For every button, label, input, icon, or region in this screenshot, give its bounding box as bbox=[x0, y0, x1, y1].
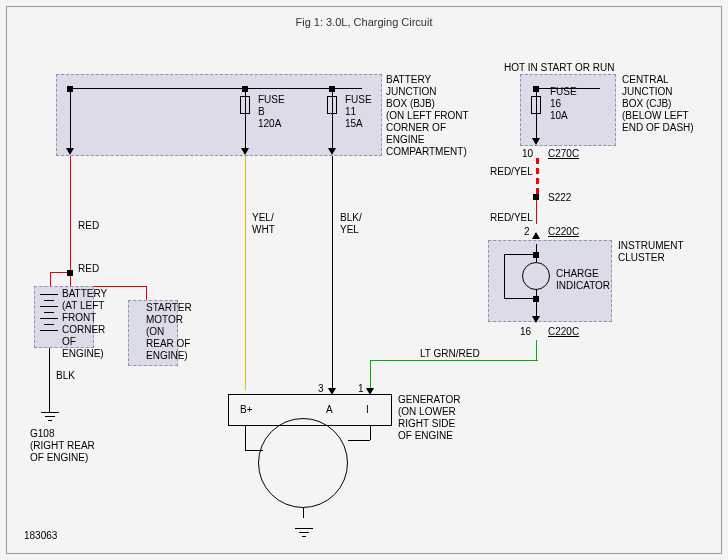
ic-wire-out bbox=[536, 290, 537, 316]
redyel-splice-wire bbox=[536, 158, 539, 194]
bjb-exit-yel bbox=[241, 148, 249, 155]
ltgrn-vert2 bbox=[370, 360, 371, 390]
ic-pin2: 2 bbox=[524, 226, 530, 238]
g108-label: G108 (RIGHT REAR OF ENGINE) bbox=[30, 428, 95, 464]
cjb-top-label: HOT IN START OR RUN bbox=[504, 62, 614, 74]
ltgrn-label: LT GRN/RED bbox=[420, 348, 480, 360]
redyel-to-ic bbox=[536, 200, 537, 224]
bjb-name: BATTERY JUNCTION BOX (BJB) (ON LEFT FRON… bbox=[386, 74, 469, 158]
fuse-b-label: FUSE B 120A bbox=[258, 94, 285, 130]
ic-resistor-h1 bbox=[504, 254, 536, 255]
bjb-exit-blky bbox=[328, 148, 336, 155]
ic-c220c-bot: C220C bbox=[548, 326, 579, 338]
blk-wire bbox=[49, 348, 50, 402]
gen-pin1: 1 bbox=[358, 383, 364, 395]
ltgrn-vert bbox=[536, 340, 537, 360]
generator-symbol bbox=[258, 418, 348, 508]
charge-indicator-label: CHARGE INDICATOR bbox=[556, 268, 610, 292]
ic-c220c-top: C220C bbox=[548, 226, 579, 238]
fuse-16-symbol bbox=[531, 96, 541, 114]
ic-resistor-h2 bbox=[504, 298, 536, 299]
blkyel-wire bbox=[332, 156, 333, 390]
gen-link1 bbox=[245, 426, 246, 450]
fuse-11-label: FUSE 11 15A bbox=[345, 94, 372, 130]
cjb-exit bbox=[532, 138, 540, 145]
gen-pin3: 3 bbox=[318, 383, 324, 395]
gen-in-i bbox=[366, 388, 374, 395]
blk-label: BLK bbox=[56, 370, 75, 382]
gen-link3 bbox=[370, 426, 371, 440]
starter-name: STARTER MOTOR (ON REAR OF ENGINE) bbox=[146, 302, 192, 362]
red-label: RED bbox=[78, 220, 99, 232]
yelwht-wire bbox=[245, 156, 246, 390]
gen-a: A bbox=[326, 404, 333, 416]
bjb-fuse-11-out bbox=[332, 114, 333, 148]
bjb-node-yel bbox=[242, 86, 248, 92]
battery-name: BATTERY (AT LEFT FRONT CORNER OF ENGINE) bbox=[62, 288, 107, 360]
ic-node-top bbox=[533, 252, 539, 258]
gen-i: I bbox=[366, 404, 369, 416]
bjb-fuse-b-out bbox=[245, 114, 246, 148]
red2-label: RED bbox=[78, 263, 99, 275]
cjb-fuse-out bbox=[536, 114, 537, 138]
red-to-starter-v2 bbox=[146, 286, 147, 300]
fuse-b-symbol bbox=[240, 96, 250, 114]
cjb-c270c: C270C bbox=[548, 148, 579, 160]
fuse-16-label: FUSE 16 10A bbox=[550, 86, 577, 122]
gen-link1h bbox=[245, 450, 263, 451]
bjb-internal-rail bbox=[70, 88, 362, 89]
ic-exit bbox=[532, 316, 540, 323]
charge-indicator-circle bbox=[522, 262, 550, 290]
gen-link3h bbox=[348, 440, 370, 441]
red-yel-top: RED/YEL bbox=[490, 166, 533, 178]
ref-number: 183063 bbox=[24, 530, 57, 542]
cjb-node bbox=[533, 86, 539, 92]
cjb-name: CENTRAL JUNCTION BOX (CJB) (BELOW LEFT E… bbox=[622, 74, 694, 134]
bjb-exit-red bbox=[66, 148, 74, 155]
ic-name: INSTRUMENT CLUSTER bbox=[618, 240, 684, 264]
red-yel-mid: RED/YEL bbox=[490, 212, 533, 224]
blkyel-label: BLK/ YEL bbox=[340, 212, 362, 236]
ltgrn-horz bbox=[370, 360, 538, 361]
gen-bplus: B+ bbox=[240, 404, 253, 416]
ic-resistor-v bbox=[504, 254, 505, 298]
yelwht-label: YEL/ WHT bbox=[252, 212, 275, 236]
gen-gnd-stem bbox=[303, 508, 304, 518]
cjb-pin10: 10 bbox=[522, 148, 533, 160]
red-vert bbox=[70, 156, 71, 272]
bjb-node-left bbox=[67, 86, 73, 92]
fuse-11-symbol bbox=[327, 96, 337, 114]
figure-title: Fig 1: 3.0L, Charging Circuit bbox=[0, 16, 728, 28]
gen-in-a bbox=[328, 388, 336, 395]
battery-symbol bbox=[40, 294, 58, 338]
red-vert2 bbox=[50, 272, 51, 286]
generator-name: GENERATOR (ON LOWER RIGHT SIDE OF ENGINE bbox=[398, 394, 460, 442]
ic-pin16: 16 bbox=[520, 326, 531, 338]
bjb-node-blky bbox=[329, 86, 335, 92]
red-split bbox=[67, 270, 73, 276]
ic-node-bot bbox=[533, 296, 539, 302]
s222-label: S222 bbox=[548, 192, 571, 204]
ic-enter bbox=[532, 232, 540, 239]
bjb-drop-left bbox=[70, 88, 71, 148]
